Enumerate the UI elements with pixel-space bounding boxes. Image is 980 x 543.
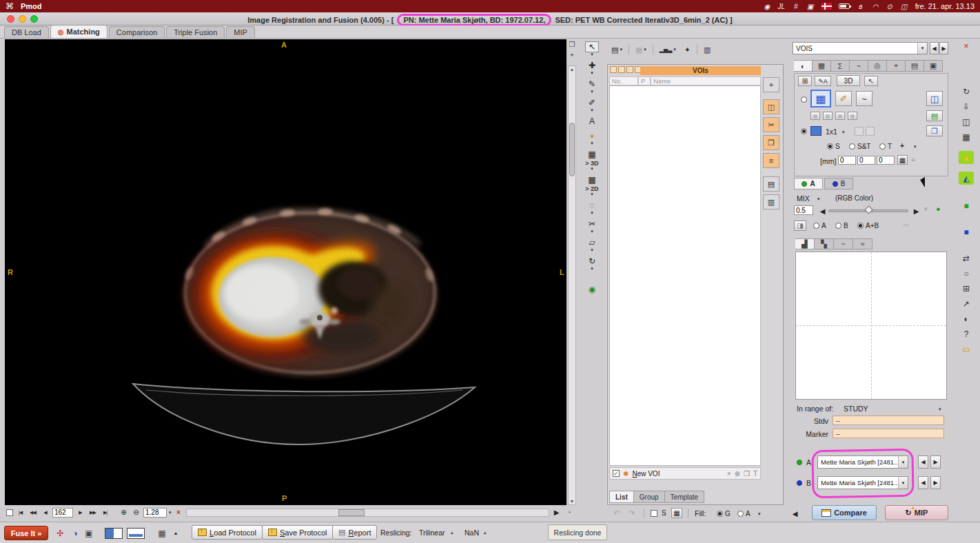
- grid-plus-icon[interactable]: ⊞: [798, 76, 812, 86]
- pan-scrollbar[interactable]: [186, 509, 549, 517]
- tab-panel-icon[interactable]: ▤: [906, 60, 924, 72]
- mip-button[interactable]: ↻✦ MIP: [885, 505, 948, 520]
- blend-shape-icon[interactable]: ▱: [903, 221, 908, 229]
- voi-tools-button[interactable]: ✦: [682, 43, 693, 56]
- voi-grid-icon[interactable]: ▦: [671, 508, 682, 518]
- green-square-icon[interactable]: ■: [959, 199, 974, 212]
- mm-pin-icon[interactable]: ⌖: [911, 156, 915, 165]
- window-titlebar[interactable]: Image Registration and Fusion (4.005) - …: [0, 12, 980, 25]
- compare-button[interactable]: Compare: [812, 505, 877, 520]
- selector-prev-button[interactable]: ◀: [930, 42, 939, 54]
- fill-g-radio[interactable]: G: [717, 510, 731, 518]
- vois-mode-selector[interactable]: VOIS▾: [793, 42, 928, 54]
- circle-icon[interactable]: ○: [959, 267, 974, 280]
- voi-cols-button[interactable]: ▥: [763, 194, 779, 209]
- swap-icon[interactable]: ⇄: [959, 252, 974, 265]
- accept-tool[interactable]: ◉: [585, 284, 599, 295]
- sync-checkbox[interactable]: [6, 509, 13, 516]
- vois-col-p[interactable]: P: [638, 76, 651, 85]
- grid-small-icon[interactable]: ▣: [83, 527, 95, 539]
- sphere-tool[interactable]: ● ▾: [585, 130, 599, 145]
- apple-menu-icon[interactable]: ⌘: [6, 1, 14, 11]
- fusion-image-viewport[interactable]: A R L P: [5, 39, 566, 505]
- vois-col-no[interactable]: No.: [609, 76, 638, 85]
- new-voi-label[interactable]: New VOI: [632, 470, 660, 478]
- add-plane-icon[interactable]: +: [900, 141, 904, 150]
- annotate-icon[interactable]: ✎A: [815, 76, 831, 86]
- fill-a-radio[interactable]: A: [737, 510, 751, 518]
- blend-b-radio[interactable]: B: [835, 222, 848, 229]
- page-layout-icon[interactable]: ❐: [926, 125, 943, 136]
- mm-x-input[interactable]: [838, 156, 856, 165]
- text-tool[interactable]: A: [585, 116, 599, 127]
- voi-list-button[interactable]: ≡: [763, 153, 779, 168]
- voi-page-button[interactable]: ▤: [763, 176, 779, 192]
- new-voi-checkbox[interactable]: ✓: [613, 470, 620, 477]
- plane-t-radio[interactable]: T: [879, 143, 892, 150]
- vois-tab-group[interactable]: Group: [634, 491, 665, 503]
- menubar-clock[interactable]: fre. 21. apr. 13.13: [915, 2, 974, 10]
- tab-target-icon[interactable]: ◎: [868, 60, 887, 72]
- voi-close-button[interactable]: ×: [727, 470, 731, 478]
- step-back-button[interactable]: ◀: [40, 508, 50, 518]
- blend-ab-radio[interactable]: A+B: [857, 222, 879, 229]
- voi-duplicate-button[interactable]: ❐: [744, 470, 750, 478]
- scroll-up-icon[interactable]: ▲: [569, 67, 575, 72]
- overlay-icon[interactable]: ◑: [69, 527, 81, 539]
- slice-scrollbar-thumb[interactable]: [569, 123, 575, 176]
- voi-copy-button[interactable]: ◫: [763, 99, 779, 114]
- cube-3d-icon[interactable]: ◫: [926, 91, 943, 106]
- transport-icon[interactable]: ▭: [959, 342, 974, 356]
- mm-grid-icon[interactable]: ▦: [897, 155, 908, 165]
- brush-tool[interactable]: ✐ ▾: [585, 97, 599, 112]
- tab-db-load[interactable]: DB Load: [4, 26, 49, 38]
- selector-next-button[interactable]: ▶: [939, 42, 948, 54]
- plane-s-radio[interactable]: S: [827, 143, 840, 150]
- last-slice-button[interactable]: ▶|: [100, 508, 110, 518]
- subtab-curve-icon[interactable]: ~: [834, 238, 853, 249]
- spotlight-search-icon[interactable]: ⊙: [886, 1, 894, 11]
- angle-icon[interactable]: ◔: [564, 508, 574, 518]
- capture-screen-icon[interactable]: [105, 528, 123, 539]
- pin-icon[interactable]: ⌖: [567, 50, 577, 60]
- voi-display-button[interactable]: ▦▾: [633, 43, 649, 56]
- nan-value[interactable]: NaN: [465, 529, 479, 537]
- blend-lock-icon[interactable]: ◨: [794, 221, 806, 231]
- voi-delete-button[interactable]: ⊗: [735, 470, 740, 478]
- in-range-value[interactable]: STUDY: [844, 404, 868, 413]
- reset-zoom-icon[interactable]: ×: [174, 508, 184, 518]
- undo-icon[interactable]: ↶: [613, 509, 620, 518]
- report-button[interactable]: ▤ Report: [332, 525, 377, 540]
- cut-tool[interactable]: ✂ ▾: [585, 218, 599, 234]
- grid-size-caret-icon[interactable]: ▾: [842, 130, 845, 135]
- voi-columns-button[interactable]: ▥: [702, 43, 713, 56]
- reslicing-caret-icon[interactable]: ▴: [451, 530, 453, 535]
- fill-caret-icon[interactable]: ▾: [758, 511, 761, 517]
- mix-value-input[interactable]: [794, 205, 813, 215]
- layers-caret-icon[interactable]: ▴: [170, 527, 182, 539]
- series-a-selector[interactable]: Mette Maria Skjøth [2481...▾: [817, 455, 908, 469]
- rotate-tool[interactable]: ↻ ▾: [585, 256, 599, 271]
- voi-cfg-icon[interactable]: [618, 66, 625, 73]
- reslicing-value[interactable]: Trilinear: [419, 529, 445, 537]
- plane-st-radio[interactable]: S&T: [849, 143, 870, 150]
- series-b-prev-button[interactable]: ◀: [918, 476, 928, 489]
- mini-grid-icon[interactable]: ▦: [835, 112, 845, 120]
- mix-step-down-icon[interactable]: ◀: [817, 206, 828, 216]
- load-protocol-button[interactable]: ↑ Load Protocol: [192, 525, 263, 540]
- fusion-settings-icon[interactable]: ✣: [54, 527, 66, 539]
- pan-right-icon[interactable]: ▶: [551, 508, 562, 518]
- tab-matching[interactable]: ◎Matching: [50, 25, 108, 38]
- nan-caret-icon[interactable]: ▴: [484, 530, 487, 535]
- mix-apply-icon[interactable]: ●: [936, 205, 941, 213]
- series-b-next-button[interactable]: ▶: [930, 476, 941, 489]
- mini-grid-icon[interactable]: ▦: [823, 112, 833, 120]
- ortho-layout-icon[interactable]: ▦: [810, 90, 831, 107]
- layout-option-radio[interactable]: [801, 96, 807, 103]
- control-center-icon[interactable]: ◫: [900, 1, 908, 11]
- tab-comparison[interactable]: Comparison: [109, 26, 165, 38]
- reload-icon[interactable]: ↻: [959, 85, 974, 98]
- subtab-histogram-icon[interactable]: ▟: [795, 238, 815, 249]
- slice-number-input[interactable]: [52, 508, 73, 518]
- battery-icon[interactable]: [839, 3, 850, 9]
